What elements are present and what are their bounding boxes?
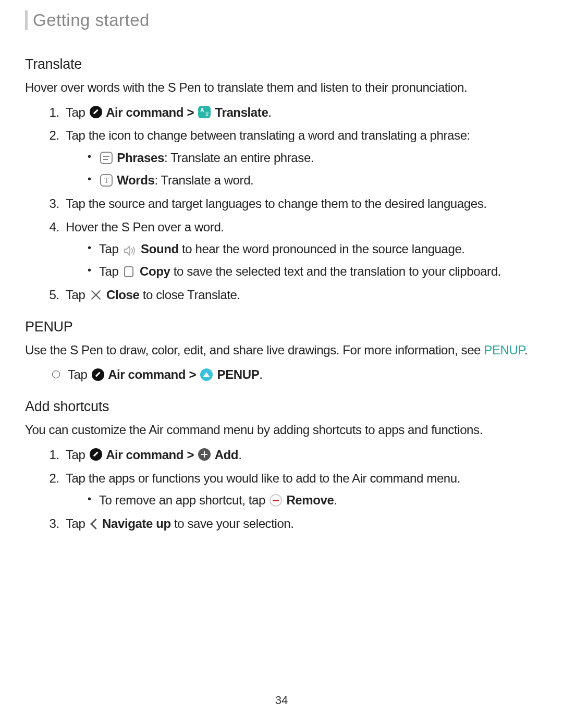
air-command-icon	[92, 368, 104, 381]
words-icon: T	[100, 174, 113, 187]
add-icon	[198, 448, 211, 461]
text: to save your selection.	[171, 516, 294, 530]
translate-icon	[198, 106, 211, 118]
remove-item: To remove an app shortcut, tap Remove.	[88, 491, 532, 510]
remove-icon	[270, 494, 282, 507]
sound-item: Tap Sound to hear the word pronounced in…	[88, 240, 532, 258]
penup-link[interactable]: PENUP	[484, 343, 524, 357]
translate-section: Translate Hover over words with the S Pe…	[25, 56, 532, 304]
penup-label: PENUP	[214, 367, 259, 381]
air-command-label: Air command >	[105, 367, 200, 381]
phrases-label: Phrases	[117, 151, 164, 165]
air-command-icon	[90, 106, 102, 118]
text: To remove an app shortcut, tap	[99, 493, 268, 507]
penup-intro: Use the S Pen to draw, color, edit, and …	[25, 341, 532, 359]
penup-section: PENUP Use the S Pen to draw, color, edit…	[25, 319, 532, 384]
phrases-icon	[100, 152, 113, 164]
text: Tap	[66, 105, 85, 119]
phrases-item: Phrases: Translate an entire phrase.	[88, 149, 532, 167]
text: Tap	[66, 448, 85, 462]
text: Tap	[68, 367, 88, 381]
page-number: 34	[0, 694, 563, 707]
copy-label: Copy	[137, 264, 170, 278]
header: Getting started	[25, 10, 532, 30]
shortcuts-step3: Tap Navigate up to save your selection.	[63, 515, 532, 533]
add-label: Add	[212, 448, 238, 462]
text: .	[524, 343, 528, 357]
navigate-up-icon	[90, 517, 98, 530]
text: Tap	[99, 264, 119, 278]
air-command-icon	[90, 448, 102, 461]
penup-steps: Tap Air command > PENUP.	[25, 366, 532, 384]
copy-item: Tap Copy to save the selected text and t…	[88, 263, 532, 281]
copy-icon	[123, 265, 136, 278]
translate-step1: Tap Air command > Translate.	[63, 104, 532, 122]
shortcuts-steps: Tap Air command > Add. Tap the apps or f…	[25, 446, 532, 533]
words-label: Words	[117, 173, 154, 187]
text: : Translate a word.	[155, 173, 254, 187]
text: Use the S Pen to draw, color, edit, and …	[25, 343, 484, 357]
shortcuts-sub: To remove an app shortcut, tap Remove.	[66, 491, 532, 510]
header-title: Getting started	[33, 10, 532, 30]
translate-modes: Phrases: Translate an entire phrase. T W…	[66, 149, 532, 190]
text: .	[238, 448, 241, 462]
penup-title: PENUP	[25, 319, 532, 335]
remove-label: Remove	[283, 493, 334, 507]
penup-icon	[200, 368, 213, 381]
text: .	[268, 105, 271, 119]
translate-label: Translate	[212, 105, 268, 119]
close-icon	[90, 289, 102, 301]
shortcuts-section: Add shortcuts You can customize the Air …	[25, 399, 532, 533]
shortcuts-step1: Tap Air command > Add.	[63, 446, 532, 464]
translate-step2: Tap the icon to change between translati…	[63, 127, 532, 189]
text: Tap	[99, 242, 119, 256]
text: Tap	[66, 516, 85, 530]
translate-step3: Tap the source and target languages to c…	[63, 195, 532, 213]
shortcuts-step2: Tap the apps or functions you would like…	[63, 470, 532, 510]
text: Tap the apps or functions you would like…	[66, 471, 460, 485]
text: : Translate an entire phrase.	[164, 151, 314, 165]
translate-step4: Hover the S Pen over a word. Tap Sound t…	[63, 218, 532, 281]
text: Tap	[66, 288, 85, 302]
shortcuts-intro: You can customize the Air command menu b…	[25, 421, 532, 439]
sound-icon	[123, 243, 137, 255]
words-item: T Words: Translate a word.	[88, 171, 532, 190]
text: .	[259, 367, 262, 381]
text: to close Translate.	[139, 288, 240, 302]
shortcuts-title: Add shortcuts	[25, 399, 532, 415]
sound-label: Sound	[138, 242, 179, 256]
air-command-label: Air command >	[103, 105, 198, 119]
text: Hover the S Pen over a word.	[66, 220, 224, 234]
navigate-up-label: Navigate up	[99, 516, 171, 530]
text: to hear the word pronounced in the sourc…	[179, 242, 465, 256]
translate-actions: Tap Sound to hear the word pronounced in…	[66, 240, 532, 281]
text: Tap the icon to change between translati…	[66, 128, 470, 142]
text: .	[334, 493, 337, 507]
translate-step5: Tap Close to close Translate.	[63, 286, 532, 304]
translate-intro: Hover over words with the S Pen to trans…	[25, 79, 532, 96]
air-command-label: Air command >	[103, 448, 198, 462]
text: to save the selected text and the transl…	[170, 264, 500, 278]
close-label: Close	[103, 288, 140, 302]
penup-step: Tap Air command > PENUP.	[52, 366, 532, 384]
translate-title: Translate	[25, 56, 532, 72]
translate-steps: Tap Air command > Translate. Tap the ico…	[25, 104, 532, 304]
